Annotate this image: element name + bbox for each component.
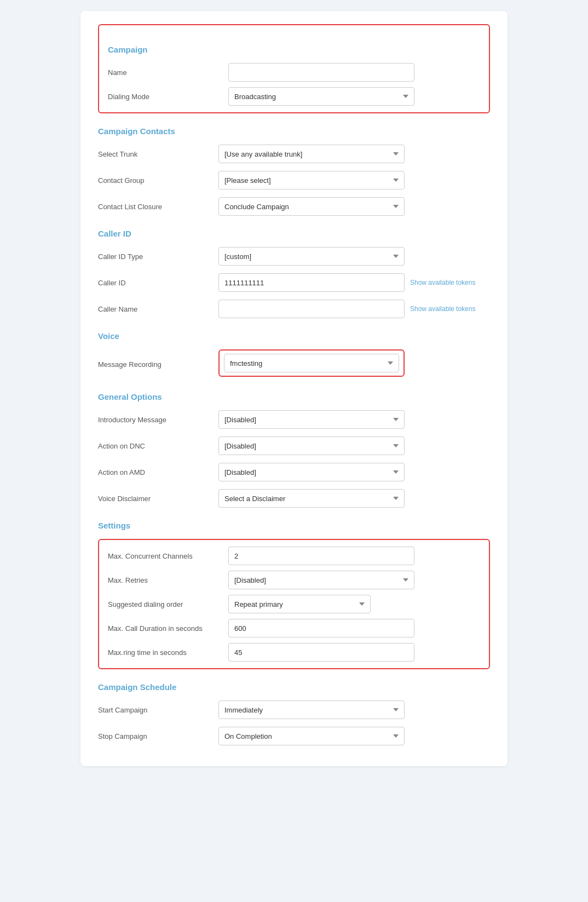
campaign-contacts-section: Campaign Contacts Select Trunk [Use any … (98, 127, 490, 216)
max-retries-select[interactable]: [Disabled] (228, 571, 414, 589)
select-trunk-label: Select Trunk (98, 150, 218, 158)
caller-id-input[interactable] (218, 273, 405, 292)
caller-id-label: Caller ID (98, 279, 218, 287)
action-on-dnc-select[interactable]: [Disabled] (218, 436, 405, 455)
caller-name-show-tokens[interactable]: Show available tokens (410, 305, 475, 313)
caller-id-type-select[interactable]: [custom] Dynamic Fixed (218, 247, 405, 266)
voice-disclaimer-label: Voice Disclaimer (98, 495, 218, 503)
campaign-schedule-section: Campaign Schedule Start Campaign Immedia… (98, 682, 490, 745)
max-ring-time-row: Max.ring time in seconds (108, 643, 480, 662)
general-options-section: General Options Introductory Message [Di… (98, 392, 490, 508)
start-campaign-row: Start Campaign Immediately Scheduled (98, 700, 490, 719)
caller-name-input[interactable] (218, 300, 405, 318)
suggested-dialing-order-select[interactable]: Repeat primary (228, 595, 371, 613)
voice-section-title: Voice (98, 331, 490, 341)
caller-id-token-wrapper: Show available tokens (218, 273, 490, 292)
dialing-mode-select[interactable]: Broadcasting Predictive Preview Progress… (228, 87, 414, 106)
message-recording-select[interactable]: fmctesting (224, 354, 399, 372)
suggested-dialing-order-row: Suggested dialing order Repeat primary (108, 595, 480, 613)
contact-group-label: Contact Group (98, 176, 218, 185)
caller-id-section: Caller ID Caller ID Type [custom] Dynami… (98, 229, 490, 318)
introductory-message-select[interactable]: [Disabled] (218, 410, 405, 429)
caller-name-label: Caller Name (98, 305, 218, 313)
max-concurrent-channels-label: Max. Concurrent Channels (108, 552, 228, 560)
campaign-name-input[interactable] (228, 63, 414, 82)
start-campaign-label: Start Campaign (98, 706, 218, 714)
max-concurrent-channels-input[interactable] (228, 547, 414, 565)
campaign-contacts-title: Campaign Contacts (98, 127, 490, 136)
message-recording-row: Message Recording fmctesting (98, 349, 490, 379)
caller-id-show-tokens[interactable]: Show available tokens (410, 279, 475, 286)
max-retries-label: Max. Retries (108, 576, 228, 584)
action-on-dnc-label: Action on DNC (98, 442, 218, 450)
contact-group-select[interactable]: [Please select] (218, 171, 405, 189)
max-call-duration-row: Max. Call Duration in seconds (108, 619, 480, 637)
stop-campaign-select[interactable]: On Completion Scheduled (218, 727, 405, 745)
caller-id-section-title: Caller ID (98, 229, 490, 238)
max-retries-row: Max. Retries [Disabled] (108, 571, 480, 589)
suggested-dialing-order-label: Suggested dialing order (108, 600, 228, 608)
general-options-title: General Options (98, 392, 490, 401)
caller-name-row: Caller Name Show available tokens (98, 300, 490, 318)
campaign-schedule-title: Campaign Schedule (98, 682, 490, 692)
caller-id-row: Caller ID Show available tokens (98, 273, 490, 292)
dialing-mode-label: Dialing Mode (108, 93, 228, 101)
voice-disclaimer-row: Voice Disclaimer Select a Disclaimer (98, 489, 490, 508)
campaign-name-row: Name (108, 63, 480, 82)
caller-name-token-wrapper: Show available tokens (218, 300, 490, 318)
action-on-amd-select[interactable]: [Disabled] (218, 463, 405, 481)
stop-campaign-label: Stop Campaign (98, 732, 218, 740)
contact-list-closure-select[interactable]: Conclude Campaign (218, 197, 405, 216)
max-ring-time-input[interactable] (228, 643, 414, 662)
max-ring-time-label: Max.ring time in seconds (108, 648, 228, 657)
settings-section-title: Settings (98, 521, 490, 530)
action-on-amd-label: Action on AMD (98, 468, 218, 476)
action-on-amd-row: Action on AMD [Disabled] (98, 463, 490, 481)
contact-list-closure-label: Contact List Closure (98, 203, 218, 211)
message-recording-highlight: fmctesting (218, 349, 405, 377)
dialing-mode-row: Dialing Mode Broadcasting Predictive Pre… (108, 87, 480, 106)
select-trunk-row: Select Trunk [Use any available trunk] (98, 145, 490, 163)
campaign-section-highlight: Campaign Name Dialing Mode Broadcasting … (98, 24, 490, 113)
campaign-name-label: Name (108, 68, 228, 77)
message-recording-label: Message Recording (98, 360, 218, 369)
start-campaign-select[interactable]: Immediately Scheduled (218, 700, 405, 719)
contact-group-row: Contact Group [Please select] (98, 171, 490, 189)
select-trunk-select[interactable]: [Use any available trunk] (218, 145, 405, 163)
action-on-dnc-row: Action on DNC [Disabled] (98, 436, 490, 455)
max-concurrent-channels-row: Max. Concurrent Channels (108, 547, 480, 565)
stop-campaign-row: Stop Campaign On Completion Scheduled (98, 727, 490, 745)
max-call-duration-label: Max. Call Duration in seconds (108, 624, 228, 633)
caller-id-type-row: Caller ID Type [custom] Dynamic Fixed (98, 247, 490, 266)
voice-disclaimer-select[interactable]: Select a Disclaimer (218, 489, 405, 508)
settings-section: Settings Max. Concurrent Channels Max. R… (98, 521, 490, 669)
contact-list-closure-row: Contact List Closure Conclude Campaign (98, 197, 490, 216)
form-container: Campaign Name Dialing Mode Broadcasting … (80, 11, 508, 766)
voice-section: Voice Message Recording fmctesting (98, 331, 490, 379)
introductory-message-row: Introductory Message [Disabled] (98, 410, 490, 429)
caller-id-type-label: Caller ID Type (98, 252, 218, 261)
campaign-section-title: Campaign (108, 45, 480, 54)
settings-highlight: Max. Concurrent Channels Max. Retries [D… (98, 539, 490, 669)
max-call-duration-input[interactable] (228, 619, 414, 637)
introductory-message-label: Introductory Message (98, 416, 218, 424)
